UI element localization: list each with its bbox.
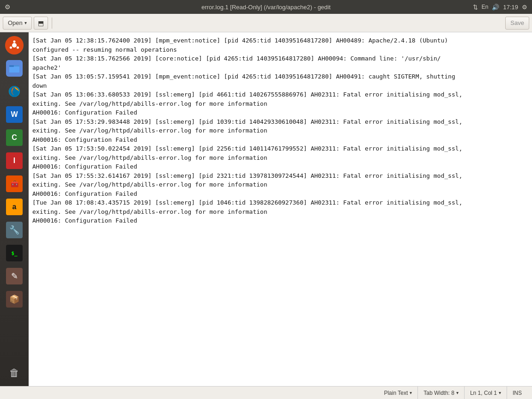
open-label: Open	[8, 19, 23, 26]
keyboard-layout-indicator[interactable]: En	[482, 4, 489, 10]
dock-item-ubuntu[interactable]	[3, 34, 25, 56]
svg-rect-7	[9, 65, 14, 67]
toolbar-separator	[52, 18, 52, 29]
ins-mode[interactable]: INS	[507, 387, 527, 399]
tab-width-label: Tab Width: 8	[423, 390, 454, 396]
dock: W C I 🧰 a 🔧 $_ ✎ 📦 🗑	[0, 32, 29, 386]
dock-item-files[interactable]	[3, 57, 25, 79]
cursor-position[interactable]: Ln 1, Col 1 ▾	[465, 387, 507, 399]
display-in-panel-button[interactable]: ⬒	[34, 17, 48, 30]
panel-icon: ⬒	[38, 19, 44, 27]
dock-item-amazon[interactable]: a	[3, 196, 25, 218]
dock-item-calc[interactable]: C	[3, 127, 25, 149]
svg-point-4	[17, 47, 19, 49]
dock-item-writer[interactable]: W	[3, 103, 25, 126]
dock-item-terminal[interactable]: $_	[3, 242, 25, 264]
save-button[interactable]: Save	[505, 17, 529, 30]
plain-text-selector[interactable]: Plain Text ▾	[378, 387, 418, 399]
dock-item-text-editor[interactable]: ✎	[3, 265, 25, 287]
cursor-pos-label: Ln 1, Col 1	[470, 390, 497, 396]
statusbar: Plain Text ▾ Tab Width: 8 ▾ Ln 1, Col 1 …	[0, 386, 532, 399]
clock: 17:19	[503, 4, 518, 11]
open-dropdown-arrow: ▾	[24, 20, 27, 25]
plain-text-label: Plain Text	[384, 390, 408, 396]
cursor-arrow: ▾	[499, 390, 501, 395]
open-button[interactable]: Open ▾	[3, 17, 32, 30]
svg-point-1	[12, 43, 17, 48]
main-layout: W C I 🧰 a 🔧 $_ ✎ 📦 🗑 [Sat Ja	[0, 32, 532, 386]
dock-item-manager[interactable]: 🧰	[3, 173, 25, 195]
tab-width-arrow: ▾	[456, 390, 459, 395]
toolbar: Open ▾ ⬒ Save	[0, 14, 532, 32]
text-editor-area[interactable]: [Sat Jan 05 12:38:15.762400 2019] [mpm_e…	[29, 32, 532, 386]
dock-item-trash[interactable]: 🗑	[3, 362, 25, 384]
plain-text-arrow: ▾	[410, 390, 412, 395]
log-text: [Sat Jan 05 12:38:15.762400 2019] [mpm_e…	[29, 34, 532, 227]
svg-point-3	[10, 47, 12, 49]
titlebar: ⚙ error.log.1 [Read-Only] (/var/log/apac…	[0, 0, 532, 14]
dock-item-tools[interactable]: 🔧	[3, 219, 25, 241]
system-tray: ⇅ En 🔊 17:19 ⚙	[473, 4, 527, 11]
window-title: error.log.1 [Read-Only] (/var/log/apache…	[201, 4, 331, 11]
settings-icon[interactable]: ⚙	[522, 4, 527, 11]
dock-item-impress[interactable]: I	[3, 150, 25, 172]
input-indicator-icon[interactable]: ⇅	[473, 4, 478, 11]
dock-item-archive[interactable]: 📦	[3, 288, 25, 310]
titlebar-settings-icon[interactable]: ⚙	[5, 3, 11, 11]
volume-icon[interactable]: 🔊	[492, 4, 499, 11]
save-label: Save	[510, 19, 524, 26]
svg-rect-6	[9, 66, 19, 73]
ins-label: INS	[513, 390, 522, 396]
dock-item-firefox[interactable]	[3, 80, 25, 103]
svg-point-2	[13, 41, 16, 43]
tab-width-selector[interactable]: Tab Width: 8 ▾	[418, 387, 465, 399]
